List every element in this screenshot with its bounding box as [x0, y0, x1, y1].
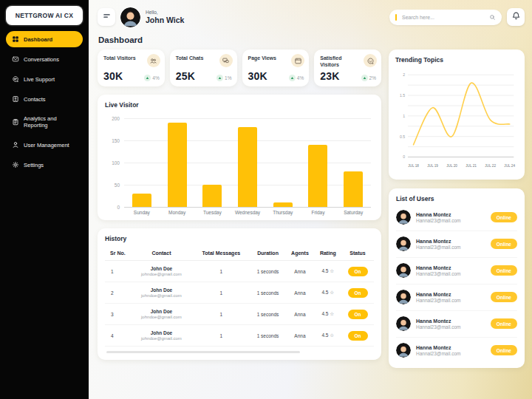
sidebar-item-conversations[interactable]: Conversations: [6, 51, 83, 67]
status-badge[interactable]: On: [348, 310, 368, 319]
user-list-item[interactable]: Hanna Montez Hannal23@mail.com Online: [396, 311, 517, 338]
history-sr: 3: [105, 304, 131, 325]
user-avatar[interactable]: [120, 7, 140, 27]
user-name: Hanna Montez: [416, 292, 460, 297]
user-name: Hanna Montez: [416, 239, 460, 244]
live-support-icon: [12, 75, 19, 83]
bar-thursday[interactable]: [273, 202, 293, 207]
bar-slot: [335, 118, 371, 207]
search-box[interactable]: [389, 10, 502, 25]
search-icon: [489, 10, 496, 24]
user-info: Hanna Montez Hannal23@mail.com: [416, 345, 460, 356]
x-axis-label: Monday: [160, 210, 195, 215]
x-axis-label: JUL 18: [408, 164, 419, 168]
visitors-icon: [147, 54, 160, 67]
contact-email: johndoe@gmail.com: [132, 315, 191, 319]
up-arrow-icon: [289, 75, 296, 81]
x-axis-label: Thursday: [265, 210, 301, 215]
contact-email: johndoe@gmail.com: [132, 336, 191, 341]
stat-cards-row: Total Visitors 30K 4% Total Chats 25K 1%…: [98, 50, 381, 86]
online-status-badge[interactable]: Online: [491, 345, 517, 355]
star-icon: ☆: [330, 268, 334, 273]
user-list-item[interactable]: Hanna Montez Hannal23@mail.com Online: [396, 338, 517, 364]
bar-friday[interactable]: [308, 145, 327, 207]
horizontal-scrollbar[interactable]: [106, 351, 300, 353]
bar-saturday[interactable]: [344, 171, 363, 207]
user-info: Hanna Montez Hannal23@mail.com: [416, 292, 460, 303]
history-contact: John Doe johndoe@gmail.com: [131, 261, 192, 282]
user-avatar: [396, 263, 411, 278]
status-badge[interactable]: On: [348, 267, 368, 276]
contact-name: John Doe: [132, 330, 191, 335]
bar-tuesday[interactable]: [202, 185, 222, 207]
sidebar-item-contacts[interactable]: Contacts: [6, 91, 83, 107]
contacts-icon: [12, 95, 19, 103]
user-list-item[interactable]: Hanna Montez Hannal23@mail.com Online: [396, 258, 517, 284]
notifications-button[interactable]: [507, 8, 525, 26]
history-column-header: Rating: [315, 246, 341, 261]
menu-toggle-button[interactable]: [98, 8, 115, 26]
sidebar-item-user-management[interactable]: User Management: [6, 137, 83, 153]
status-badge[interactable]: On: [348, 288, 368, 298]
bar-slot: [301, 118, 336, 207]
greeting-text: Hello,: [146, 10, 184, 15]
history-duration: 1 seconds: [250, 304, 286, 325]
x-axis-label: Wednesday: [230, 210, 265, 215]
bell-icon: [511, 10, 521, 24]
history-row[interactable]: 3 John Doe johndoe@gmail.com 1 1 seconds…: [105, 304, 374, 325]
history-column-header: Agents: [285, 246, 314, 261]
x-axis-label: Sunday: [124, 210, 160, 215]
bar-monday[interactable]: [168, 123, 187, 207]
gridline: 0: [124, 207, 371, 208]
stat-card-total-visitors[interactable]: Total Visitors 30K 4%: [98, 50, 165, 86]
brand-logo: NETTGROW AI CX: [6, 6, 83, 25]
history-row[interactable]: 2 John Doe johndoe@gmail.com 1 1 seconds…: [105, 282, 374, 304]
y-axis-tick-label: 50: [115, 183, 120, 188]
stat-card-satisfied-visitors[interactable]: Satisfied Visitors 23K 2%: [314, 50, 381, 86]
user-list-item[interactable]: Hanna Montez Hannal23@mail.com Online: [396, 231, 517, 258]
y-axis-tick-label: 150: [112, 138, 120, 143]
contact-email: johndoe@gmail.com: [132, 272, 191, 276]
sidebar-menu: Dashboard Conversations Live Support Con…: [0, 31, 89, 173]
x-axis-label: JUL 22: [485, 164, 496, 168]
y-axis-tick-label: 0: [403, 154, 405, 159]
history-duration: 1 seconds: [250, 325, 286, 347]
history-status: On: [341, 282, 374, 304]
history-row[interactable]: 4 John Doe johndoe@gmail.com 1 1 seconds…: [105, 325, 374, 347]
sidebar-item-label: Live Support: [24, 76, 55, 83]
stat-card-total-chats[interactable]: Total Chats 25K 1%: [170, 50, 237, 86]
sidebar-item-live-support[interactable]: Live Support: [6, 71, 83, 87]
user-name: Hanna Montez: [416, 345, 460, 350]
bar-sunday[interactable]: [132, 194, 151, 207]
user-avatar: [396, 316, 411, 331]
online-status-badge[interactable]: Online: [491, 212, 517, 222]
pageviews-icon: [291, 54, 304, 67]
sidebar-item-label: Analytics and Reporting: [24, 115, 77, 129]
user-management-icon: [12, 141, 19, 149]
history-column-header: Duration: [250, 246, 286, 261]
x-axis-label: Tuesday: [194, 210, 230, 215]
user-list-item[interactable]: Hanna Montez Hannal23@mail.com Online: [396, 205, 517, 231]
history-status: On: [341, 261, 374, 282]
user-avatar: [396, 210, 411, 225]
online-status-badge[interactable]: Online: [491, 318, 517, 329]
trend-line: [414, 83, 510, 145]
online-status-badge[interactable]: Online: [491, 292, 517, 302]
search-caret: [395, 14, 397, 21]
online-status-badge[interactable]: Online: [491, 239, 517, 249]
sidebar-item-analytics-and-reporting[interactable]: Analytics and Reporting: [6, 111, 83, 133]
history-sr: 4: [105, 325, 131, 347]
stat-card-page-views[interactable]: Page Views 30K 4%: [242, 50, 310, 86]
history-row[interactable]: 1 John Doe johndoe@gmail.com 1 1 seconds…: [105, 261, 374, 282]
search-input[interactable]: [400, 14, 485, 21]
history-header-row: Sr No.ContactTotal MessagesDurationAgent…: [105, 246, 374, 261]
status-badge[interactable]: On: [348, 331, 368, 341]
history-sr: 1: [105, 261, 131, 282]
sidebar-item-settings[interactable]: Settings: [6, 157, 83, 173]
sidebar-item-dashboard[interactable]: Dashboard: [6, 31, 83, 47]
user-info: Hanna Montez Hannal23@mail.com: [416, 212, 460, 223]
bar-wednesday[interactable]: [238, 127, 257, 207]
sidebar-item-label: Settings: [24, 162, 44, 168]
user-list-item[interactable]: Hanna Montez Hannal23@mail.com Online: [396, 284, 517, 311]
online-status-badge[interactable]: Online: [491, 265, 517, 276]
